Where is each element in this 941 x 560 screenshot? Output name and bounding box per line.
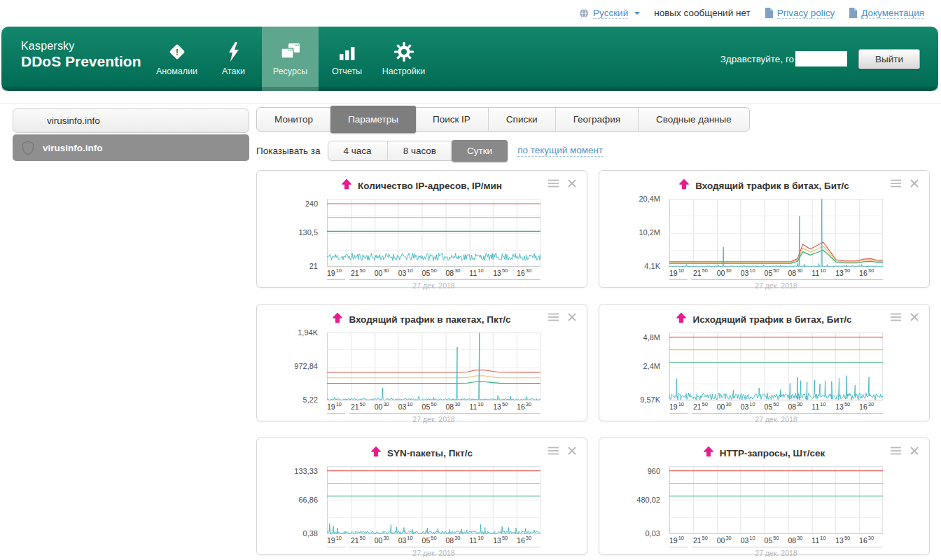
panel-menu-icon[interactable] — [891, 447, 901, 455]
chart-panel: Исходящий трафик в битах, Бит/с 4,8M — [599, 304, 930, 421]
nav-item-attacks[interactable]: Атаки — [205, 27, 262, 91]
panel-close-icon[interactable] — [910, 313, 919, 321]
chart-panel: Количество IP-адресов, IP/мин 240 — [256, 170, 587, 288]
panel-menu-icon[interactable] — [891, 179, 901, 188]
main-content: Монитор Параметры Поиск IP Списки Геогра… — [256, 107, 930, 555]
resources-sidebar: virusinfo.info virusinfo.info — [13, 108, 249, 161]
tab-monitor[interactable]: Монитор — [257, 108, 331, 131]
x-axis: 191021500030031005500830111013501630 — [327, 534, 541, 544]
time-range-group: 4 часа 8 часов Сутки — [328, 141, 508, 161]
chart-title: HTTP-запросы, Шт/сек — [720, 448, 825, 458]
panel-close-icon[interactable] — [910, 447, 919, 455]
y-tick-mid: 130,5 — [298, 228, 318, 237]
gear-icon — [393, 40, 414, 63]
nav-label: Ресурсы — [273, 66, 307, 76]
chart-canvas — [327, 332, 541, 400]
nav-label: Атаки — [222, 66, 245, 76]
nav-label: Отчеты — [332, 66, 362, 76]
resource-group-header[interactable]: virusinfo.info — [13, 108, 249, 133]
y-axis: 20,4M 10,2M 4,1K — [599, 199, 664, 267]
panel-close-icon[interactable] — [568, 313, 576, 321]
sidebar-item-virusinfo[interactable]: virusinfo.info — [13, 134, 249, 161]
shield-icon — [22, 141, 34, 155]
y-tick-top: 133,33 — [294, 467, 318, 475]
tab-parameters[interactable]: Параметры — [330, 106, 416, 133]
panel-menu-icon[interactable] — [891, 313, 901, 321]
y-axis: 1,94K 972,84 5,22 — [257, 332, 322, 400]
date-label: 27 дек. 2018 — [669, 549, 883, 557]
panel-menu-icon[interactable] — [548, 447, 559, 455]
panel-close-icon[interactable] — [910, 179, 919, 188]
x-tick-label: 1110 — [469, 535, 483, 545]
tab-ip-search[interactable]: Поиск IP — [415, 108, 489, 131]
chart-canvas — [327, 466, 541, 534]
bar-chart-icon — [338, 40, 356, 63]
language-selector[interactable]: Русский — [579, 8, 640, 19]
chart-plot: 1,94K 972,84 5,22 — [327, 332, 541, 400]
to-current-moment-link[interactable]: по текущий момент — [517, 145, 603, 157]
y-tick-bottom: 4,1K — [644, 262, 660, 270]
chart-plot: 20,4M 10,2M 4,1K — [669, 199, 883, 267]
x-tick-label: 1110 — [811, 535, 825, 545]
nav-label: Настройки — [382, 66, 425, 76]
documentation[interactable]: Документация — [849, 8, 924, 19]
date-label: 27 дек. 2018 — [327, 281, 541, 290]
trend-up-icon — [679, 178, 689, 192]
language-link[interactable]: Русский — [593, 8, 628, 19]
logout-button[interactable]: Выйти — [858, 49, 920, 69]
x-axis: 191021500030031005500830111013501630 — [327, 400, 541, 410]
x-tick-label: 0030 — [717, 401, 732, 411]
privacy-policy-link[interactable]: Privacy policy — [777, 8, 835, 19]
privacy-policy[interactable]: Privacy policy — [765, 8, 835, 19]
panel-close-icon[interactable] — [568, 447, 576, 455]
x-tick-label: 1350 — [835, 401, 850, 411]
x-tick-label: 0550 — [422, 535, 437, 545]
x-tick-label: 2150 — [351, 535, 365, 545]
chart-header: Входящий трафик в пакетах, Пкт/с — [257, 312, 587, 327]
x-tick-label: 0030 — [375, 535, 389, 545]
x-tick-label: 1910 — [327, 401, 342, 411]
trend-up-icon — [704, 446, 713, 460]
day-line-prev — [669, 413, 688, 414]
range-4h-button[interactable]: 4 часа — [328, 141, 388, 160]
date-axis: 27 дек. 2018 — [669, 410, 883, 423]
chart-panel: Входящий трафик в пакетах, Пкт/с 1,94K — [256, 304, 587, 421]
day-line-prev — [669, 279, 688, 280]
range-8h-button[interactable]: 8 часов — [388, 141, 452, 160]
tab-summary[interactable]: Сводные данные — [639, 108, 749, 131]
day-line-prev — [327, 279, 345, 280]
greeting-text: Здравствуйте, го — [720, 51, 847, 66]
windows-stack-icon — [280, 40, 301, 63]
panel-menu-icon[interactable] — [548, 313, 559, 321]
x-tick-label: 1110 — [811, 267, 825, 277]
document-icon — [765, 8, 773, 18]
chart-panel: Входящий трафик в битах, Бит/с 20,4M — [599, 170, 930, 288]
globe-icon — [579, 8, 589, 18]
date-axis: 27 дек. 2018 — [327, 544, 541, 556]
nav-item-settings[interactable]: Настройки — [375, 27, 432, 91]
messages-status: новых сообщений нет — [654, 8, 750, 18]
nav-item-reports[interactable]: Отчеты — [319, 27, 375, 91]
date-axis: 27 дек. 2018 — [669, 544, 883, 556]
chart-header: HTTP-запросы, Шт/сек — [599, 445, 929, 461]
y-tick-bottom: 21 — [309, 262, 318, 270]
documentation-link[interactable]: Документация — [861, 8, 924, 19]
date-label: 27 дек. 2018 — [327, 549, 541, 557]
svg-text:!: ! — [175, 47, 178, 57]
nav-item-resources[interactable]: Ресурсы — [262, 27, 319, 91]
panel-close-icon[interactable] — [568, 179, 576, 188]
filter-label: Показывать за — [256, 146, 321, 156]
y-tick-top: 1,94K — [298, 328, 318, 337]
range-24h-button[interactable]: Сутки — [452, 140, 508, 162]
date-axis: 27 дек. 2018 — [669, 276, 883, 289]
x-tick-label: 0550 — [765, 267, 779, 277]
x-tick-label: 1910 — [327, 535, 342, 545]
x-tick-label: 0830 — [445, 401, 460, 411]
tab-lists[interactable]: Списки — [489, 108, 556, 131]
x-tick-label: 0830 — [445, 535, 460, 545]
x-tick-label: 0030 — [717, 535, 732, 545]
panel-menu-icon[interactable] — [548, 179, 559, 188]
tab-geography[interactable]: География — [556, 108, 639, 131]
chart-header: Входящий трафик в битах, Бит/с — [599, 178, 929, 193]
nav-item-anomalies[interactable]: ! Аномалии — [148, 27, 205, 91]
